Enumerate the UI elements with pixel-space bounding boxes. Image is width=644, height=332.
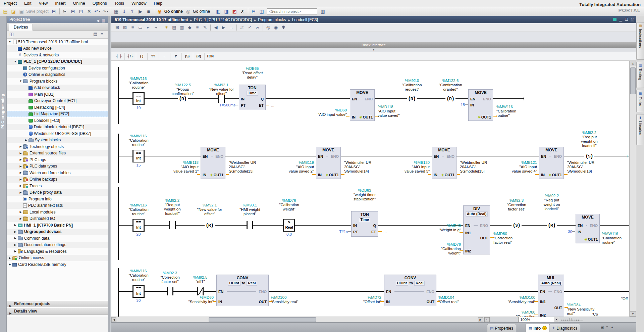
column-settings-icon[interactable]: ▤: [93, 32, 97, 37]
constant-value[interactable]: 30: [545, 230, 572, 234]
coil-s[interactable]: (S): [512, 221, 522, 229]
scroll-up-icon[interactable]: ▲: [630, 61, 636, 66]
palette-coil[interactable]: ( ): [136, 53, 148, 60]
constant-value[interactable]: 0.0: [279, 232, 299, 237]
contact-no[interactable]: [169, 221, 176, 229]
expand-all-networks-icon[interactable]: ▤: [171, 24, 178, 31]
palette-empty-box[interactable]: ??: [148, 53, 159, 60]
tree-expand-icon[interactable]: ▶: [19, 191, 22, 194]
scroll-right-icon[interactable]: ▶: [478, 317, 483, 322]
constant-value[interactable]: 15: [438, 103, 465, 107]
tree-item-technology-objects[interactable]: ▶Technology objects: [7, 143, 108, 150]
breadcrumb-item-plc-1-cpu-1214c-dc-dc-dc[interactable]: PLC_1 [CPU 1214C DC/DC/DC]: [194, 17, 252, 22]
operand-label[interactable]: %MD100"Sensitivity real": [497, 295, 535, 304]
tree-expand-icon[interactable]: ▶: [19, 184, 22, 187]
operand-label[interactable]: %MW116"Calibrationroutine": [496, 105, 534, 118]
tree-item-traces[interactable]: ▶Traces: [7, 183, 108, 189]
palette-close-branch[interactable]: ↱: [170, 53, 182, 60]
block-conv[interactable]: CONVUDInttoRealENENOINOUT: [216, 275, 269, 306]
menu-window[interactable]: Window: [128, 0, 150, 7]
tree-expand-icon[interactable]: ▶: [13, 250, 17, 253]
block-move[interactable]: MOVEENENOIN✳OUT1: [350, 89, 375, 121]
operand-label[interactable]: %M92.2"Req putweight onloadcell": [570, 131, 609, 148]
paste-icon[interactable]: ⊡: [77, 8, 85, 15]
tree-item-device-proxy-data[interactable]: ▶Device proxy data: [7, 189, 108, 196]
absolute-symbolic-toggle-icon[interactable]: ◆: [186, 24, 193, 31]
tree-expand-icon[interactable]: ▶: [19, 171, 22, 174]
operand-label[interactable]: %DB63"weight timerstablilization": [345, 188, 384, 201]
tree-item-plc-alarm-text-lists[interactable]: ≡PLC alarm text lists: [7, 202, 108, 209]
tree-expand-icon[interactable]: ▶: [13, 224, 17, 227]
tree-expand-icon[interactable]: ▶: [13, 243, 17, 246]
palette-contact-nc[interactable]: ┤/├: [125, 53, 136, 60]
next-error-icon[interactable]: ▶: [220, 24, 227, 31]
chevron-down-icon[interactable]: ▼: [554, 317, 559, 322]
download-to-device-icon[interactable]: ⇓: [121, 8, 128, 15]
redo-button[interactable]: ↷▾: [102, 8, 109, 15]
tree-expand-icon[interactable]: ▶: [24, 139, 28, 142]
tree-item-data-block-retained-db71[interactable]: Data_block_retained [DB71]: [7, 124, 108, 131]
new-project-icon[interactable]: ▤: [2, 8, 9, 15]
compare-contact[interactable]: ==Int: [132, 92, 145, 105]
coil-s[interactable]: (S): [584, 152, 594, 160]
monitoring-glasses-icon[interactable]: ∞: [254, 24, 261, 31]
block-move[interactable]: MOVEENENOIN✳OUT1: [432, 147, 457, 179]
palette-set-coil[interactable]: (S): [182, 53, 193, 60]
operand-label[interactable]: %MD104"Offset real": [438, 295, 477, 304]
tree-item-device-configuration[interactable]: Device configuration: [7, 65, 108, 72]
tree-expand-icon[interactable]: ▼: [13, 60, 17, 63]
collapse-all-networks-icon[interactable]: ▥: [178, 24, 185, 31]
constant-value[interactable]: 10: [128, 106, 149, 110]
accessible-devices-icon[interactable]: ◧: [215, 8, 222, 15]
operand-label[interactable]: %MD80"Correction: [497, 310, 535, 317]
operand-label[interactable]: %MD100"Sensitivity real": [271, 295, 311, 304]
tree-expand-icon[interactable]: ▶: [19, 178, 22, 181]
minimize-icon[interactable]: ▁: [619, 17, 622, 21]
collapse-panel-icon[interactable]: ▲: [610, 325, 614, 329]
menu-insert[interactable]: Insert: [51, 0, 69, 7]
compare-contact[interactable]: ==Int: [132, 285, 145, 298]
details-view-bar[interactable]: ▶Details view: [7, 308, 108, 315]
constant-value[interactable]: 20: [128, 232, 149, 237]
tree-item-online-backups[interactable]: ▶Online backups: [7, 176, 108, 183]
tree-item-devices-networks[interactable]: #Devices & networks: [7, 52, 108, 58]
go-offline-button[interactable]: ◎: [184, 8, 192, 15]
menu-online[interactable]: Online: [69, 0, 89, 7]
horizontal-scroll-thumb[interactable]: [209, 317, 316, 322]
stop-simulation-icon[interactable]: ◩: [231, 8, 238, 15]
operand-label[interactable]: %M92.0"Calibrationrequest": [392, 79, 431, 92]
network-comments-icon[interactable]: ≡: [194, 24, 201, 31]
operand-label[interactable]: %MD76"Calibrationweight": [423, 242, 461, 255]
constant-value[interactable]: 30: [128, 298, 149, 303]
tree-item-distributed-i-o[interactable]: ▶Distributed I/O: [7, 216, 108, 222]
block-move[interactable]: MOVEENENOIN✳OUT1: [201, 147, 225, 179]
compile-icon[interactable]: ▦: [113, 8, 120, 15]
operand-label[interactable]: %MW116"Calibrationroutine": [119, 203, 158, 216]
operand-label[interactable]: %MW116"Calibrationroutine": [119, 77, 158, 90]
tree-item-local-modules[interactable]: ▶Local modules: [7, 209, 108, 216]
operand-label[interactable]: %MD84"New Sensitivityreal": [567, 303, 604, 316]
add-empty-box-icon[interactable]: ▭: [137, 24, 144, 31]
delete-icon[interactable]: ✕: [86, 8, 93, 15]
zoom-slider[interactable]: [561, 318, 583, 322]
block-move[interactable]: MOVEENENOIN✳OUT1: [576, 214, 600, 243]
right-tab-instructions[interactable]: ▤Instructions: [636, 22, 644, 60]
insert-network-icon[interactable]: ⊞: [114, 24, 121, 31]
tree-expand-icon[interactable]: ▶: [19, 217, 22, 220]
reference-projects-bar[interactable]: ▶Reference projects: [7, 300, 108, 307]
compare-contact[interactable]: ==Int: [132, 150, 145, 162]
right-tab-testing[interactable]: ▥Testing: [636, 62, 644, 88]
go-to-icon[interactable]: →: [228, 24, 235, 31]
operand-label[interactable]: %DB65"Read offsetdelay": [233, 66, 272, 80]
editor-settings-icon[interactable]: ✱: [280, 24, 287, 31]
save-project-button[interactable]: ▣: [18, 8, 25, 15]
go-online-button[interactable]: ◉: [156, 8, 163, 15]
tree-expand-icon[interactable]: ▶: [13, 237, 17, 240]
vertical-scrollbar[interactable]: ▲ ▼: [629, 61, 636, 317]
tree-expand-icon[interactable]: ▶: [19, 158, 22, 161]
compare-contact[interactable]: ==Int: [132, 219, 145, 232]
operand-label[interactable]: "Weidmuller UR-20AI-SG".SGmodule[16]: [567, 160, 608, 174]
palette-contact-no[interactable]: ┤ ├: [113, 53, 125, 60]
coil-r[interactable]: (R): [445, 95, 455, 103]
panel-menu-icon[interactable]: ≡: [606, 325, 608, 329]
